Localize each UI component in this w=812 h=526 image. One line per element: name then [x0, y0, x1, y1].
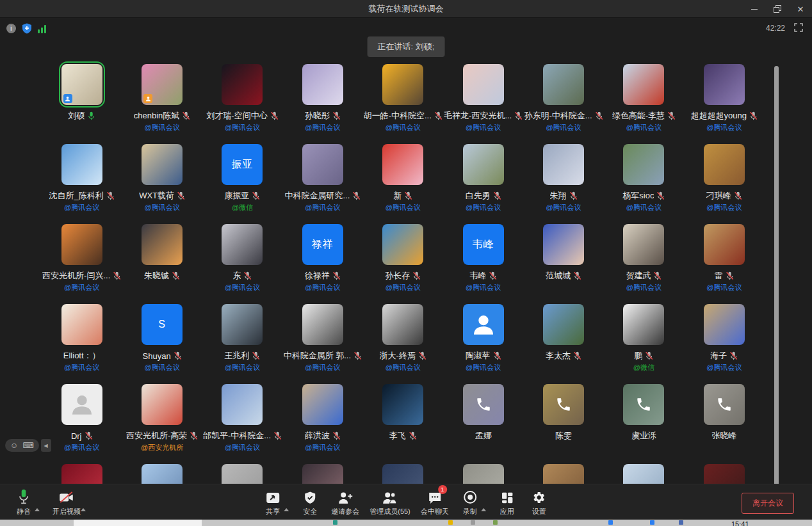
participant-tile[interactable]: 杨军sioc @腾讯会议 — [604, 144, 684, 224]
vertical-scrollbar[interactable] — [774, 66, 779, 488]
restore-button[interactable] — [766, 0, 789, 18]
emoji-reactions-icon[interactable]: ☺ — [10, 441, 18, 450]
participant-tile[interactable]: 王兆利 @腾讯会议 — [202, 304, 282, 384]
mic-status-icon — [85, 431, 93, 440]
taskbar-app-icon — [679, 520, 683, 525]
participant-tile[interactable]: WXT载荷 @腾讯会议 — [122, 144, 202, 224]
participant-name: 东 — [232, 270, 241, 282]
participant-tile[interactable]: 孙东明-中科院金... @腾讯会议 — [523, 64, 603, 144]
record-options-caret[interactable] — [481, 508, 486, 511]
network-signal-icon[interactable] — [38, 24, 47, 33]
participant-tile[interactable] — [122, 464, 202, 484]
participant-tile[interactable]: S Shuyan — [122, 304, 202, 384]
participant-tile[interactable]: 中科院金属所 郭... @腾讯会议 — [282, 304, 362, 384]
caption-keyboard-icon[interactable]: ⌨ — [22, 441, 33, 450]
participant-tile[interactable]: 邰凯平-中科院金... @腾讯会议 — [202, 384, 282, 464]
participant-name: 浙大-終焉 — [380, 350, 416, 362]
leave-meeting-button[interactable]: 离开会议 — [742, 493, 794, 514]
mic-status-icon — [106, 191, 115, 200]
platform-label: @腾讯会议 — [386, 283, 421, 291]
settings-button[interactable]: 设置 — [528, 489, 550, 516]
minimize-button[interactable] — [743, 0, 766, 18]
participant-tile[interactable] — [42, 464, 122, 484]
participant-avatar — [382, 224, 423, 265]
participant-tile[interactable]: 朱翔 @腾讯会议 — [523, 144, 603, 224]
participant-tile[interactable]: 贺建武 @腾讯会议 — [604, 224, 684, 304]
mic-status-icon — [252, 191, 260, 200]
participant-tile[interactable]: 刘才瑞-空间中心 @腾讯会议 — [202, 64, 282, 144]
participant-tile[interactable]: 鹏 @微信 — [604, 304, 684, 384]
participant-name: 范城城 — [546, 270, 571, 282]
share-screen-button[interactable]: 共享 — [262, 489, 284, 516]
participant-name: 沈自所_陈科利 — [49, 190, 104, 202]
participant-name: chenbin陈斌 — [134, 110, 180, 122]
participant-tile[interactable] — [202, 464, 282, 484]
participant-tile[interactable]: 振亚 康振亚 — [202, 144, 282, 224]
shield-plus-icon[interactable] — [22, 23, 32, 34]
participant-tile[interactable]: 薛洪波 @腾讯会议 — [282, 384, 362, 464]
participant-tile[interactable]: 刁琪峰 @腾讯会议 — [684, 144, 764, 224]
participant-tile[interactable]: 新 @腾讯会议 — [363, 144, 443, 224]
participant-tile[interactable]: 虞业泺 — [604, 384, 684, 464]
participant-tile[interactable]: 刘硕 — [42, 64, 122, 144]
participant-tile[interactable]: 范城城 — [523, 224, 603, 304]
participant-tile[interactable] — [523, 464, 603, 484]
participant-tile[interactable] — [282, 464, 362, 484]
participant-tile[interactable]: 李太杰 — [523, 304, 603, 384]
participant-tile[interactable]: 张晓峰 — [684, 384, 764, 464]
participant-tile[interactable]: 李飞 — [363, 384, 443, 464]
participant-tile[interactable]: 孟娜 — [443, 384, 523, 464]
participant-tile[interactable]: 韦峰 韦峰 — [443, 224, 523, 304]
participant-name: Shuyan — [143, 351, 171, 361]
participant-tile[interactable]: Elliott：） @腾讯会议 — [42, 304, 122, 384]
participant-tile[interactable]: 浙大-終焉 @腾讯会议 — [363, 304, 443, 384]
participant-tile[interactable] — [363, 464, 443, 484]
participant-tile[interactable]: 孙晓彤 @腾讯会议 — [282, 64, 362, 144]
share-options-caret[interactable] — [284, 508, 289, 511]
camera-off-icon — [58, 490, 75, 504]
participant-tile[interactable]: 沈自所_陈科利 @腾讯会议 — [42, 144, 122, 224]
start-video-button[interactable]: 开启视频 — [53, 489, 81, 516]
fullscreen-button[interactable] — [794, 23, 803, 35]
video-options-caret[interactable] — [81, 508, 86, 511]
participant-tile[interactable]: 西安光机所-闫兴... @腾讯会议 — [42, 224, 122, 304]
mute-options-caret[interactable] — [35, 508, 40, 511]
participant-tile[interactable]: 雷 @腾讯会议 — [684, 224, 764, 304]
collapse-arrow-button[interactable]: ◀ — [41, 439, 51, 452]
participant-tile[interactable]: Drj @腾讯会议 — [42, 384, 122, 464]
participant-tile[interactable] — [684, 464, 764, 484]
participant-tile[interactable]: 超超超超young @腾讯会议 — [684, 64, 764, 144]
participant-tile[interactable]: 孙长存 @腾讯会议 — [363, 224, 443, 304]
participant-grid: 刘硕 — [42, 61, 772, 484]
info-icon[interactable]: i — [6, 24, 16, 33]
phone-handset-icon — [475, 396, 492, 413]
mute-button[interactable]: 静音 — [13, 489, 35, 516]
phone-handset-icon — [555, 396, 572, 413]
participant-tile[interactable]: 东 @腾讯会议 — [202, 224, 282, 304]
platform-label: @腾讯会议 — [466, 363, 501, 371]
participant-tile[interactable]: 禄祥 徐禄祥 — [282, 224, 362, 304]
apps-button[interactable]: 应用 — [496, 489, 518, 516]
participant-tile[interactable]: 胡一皓-中科院空... @腾讯会议 — [363, 64, 443, 144]
participant-tile[interactable]: 毛祥龙-西安光机... @腾讯会议 — [443, 64, 523, 144]
participant-tile[interactable]: 陶淑苹 @腾讯会议 — [443, 304, 523, 384]
participant-tile[interactable] — [604, 464, 684, 484]
participant-tile[interactable]: 中科院金属研究... @腾讯会议 — [282, 144, 362, 224]
participant-tile[interactable]: 海子 @腾讯会议 — [684, 304, 764, 384]
participant-tile[interactable]: 陈雯 — [523, 384, 603, 464]
security-button[interactable]: 安全 — [299, 489, 321, 516]
close-button[interactable]: ✕ — [789, 0, 812, 18]
participant-tile[interactable] — [443, 464, 523, 484]
participant-tile[interactable]: 朱晓铖 — [122, 224, 202, 304]
participant-name: 毛祥龙-西安光机... — [444, 110, 512, 122]
participant-tile[interactable]: chenbin陈斌 @腾讯会议 — [122, 64, 202, 144]
invite-button[interactable]: 邀请参会 — [331, 489, 359, 516]
participant-avatar — [222, 384, 263, 425]
participant-tile[interactable]: 绿色高能-李慧 @腾讯会议 — [604, 64, 684, 144]
reactions-pill[interactable]: ☺ ⌨ — [5, 439, 39, 452]
manage-members-button[interactable]: 管理成员(55) — [369, 489, 410, 516]
record-button[interactable]: 录制 — [459, 489, 481, 516]
participant-tile[interactable]: 西安光机所-高荣 @西安光机所 — [122, 384, 202, 464]
participant-tile[interactable]: 白先勇 @腾讯会议 — [443, 144, 523, 224]
meeting-chat-button[interactable]: 1 会中聊天 — [421, 489, 449, 516]
